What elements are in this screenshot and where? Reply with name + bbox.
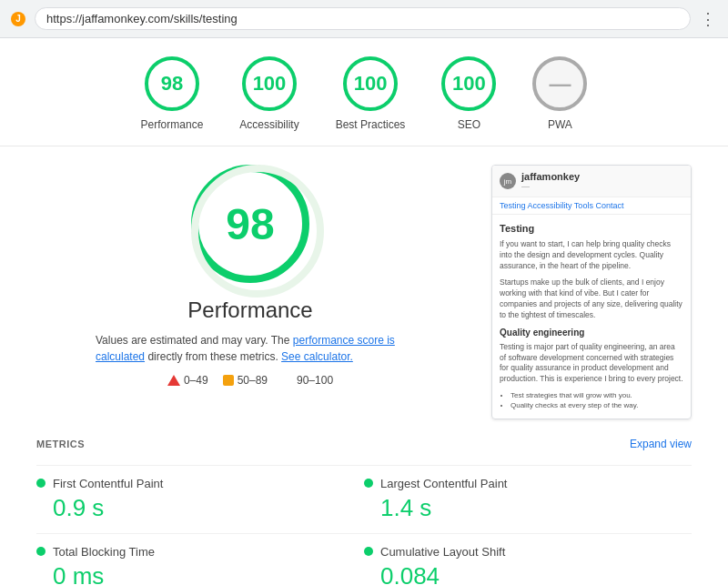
orange-square-icon xyxy=(223,375,234,386)
score-item-pwa: — PWA xyxy=(532,56,587,131)
main-content: 98 Performance 100 Accessibility 100 Bes… xyxy=(0,38,728,585)
metric-value-cls: 0.084 xyxy=(364,562,692,585)
metric-dot-tbt xyxy=(36,547,46,556)
metric-cls: Cumulative Layout Shift 0.084 xyxy=(364,533,692,585)
preview-body: Testing If you want to start, I can help… xyxy=(492,215,691,419)
metric-label-cls: Cumulative Layout Shift xyxy=(380,545,505,559)
score-label-seo: SEO xyxy=(458,118,480,131)
score-circle-seo: 100 xyxy=(441,56,496,111)
score-circle-performance: 98 xyxy=(145,56,199,111)
favicon-text: J xyxy=(15,14,21,24)
score-item-accessibility: 100 Accessibility xyxy=(239,56,298,131)
red-triangle-icon xyxy=(167,375,180,386)
metrics-header: METRICS Expand view xyxy=(36,438,692,450)
expand-view-button[interactable]: Expand view xyxy=(630,438,692,450)
preview-logo: jm xyxy=(500,173,516,189)
big-score-circle: 98 xyxy=(191,165,309,283)
score-item-seo: 100 SEO xyxy=(441,56,496,131)
legend: 0–49 50–89 90–100 xyxy=(167,374,333,387)
preview-body3: Testing is major part of quality enginee… xyxy=(500,342,683,386)
score-circle-pwa: — xyxy=(532,56,587,111)
metric-dot-lcp xyxy=(364,479,373,488)
metric-lcp: Largest Contentful Paint 1.4 s xyxy=(364,465,692,533)
score-label-accessibility: Accessibility xyxy=(239,118,298,131)
metric-label-lcp: Largest Contentful Paint xyxy=(380,477,507,490)
preview-body1: If you want to start, I can help bring q… xyxy=(500,239,683,272)
metrics-title: METRICS xyxy=(36,439,85,449)
site-preview: jm jaffamonkey — Testing Accessibility T… xyxy=(491,165,692,419)
metrics-section: METRICS Expand view First Contentful Pai… xyxy=(0,438,728,585)
calculator-link[interactable]: See calculator. xyxy=(281,350,353,363)
metric-tbt: Total Blocking Time 0 ms xyxy=(36,533,364,585)
performance-note: Values are estimated and may vary. The p… xyxy=(96,332,405,365)
legend-item-orange: 50–89 xyxy=(223,374,268,387)
preview-list-item-1: Test strategies that will grow with you. xyxy=(511,390,683,400)
preview-site-info: jaffamonkey — xyxy=(521,171,580,191)
score-circle-best-practices: 100 xyxy=(343,56,398,111)
legend-item-green: 90–100 xyxy=(282,374,333,387)
score-circle-accessibility: 100 xyxy=(242,56,297,111)
score-label-best-practices: Best Practices xyxy=(336,118,406,131)
metric-value-tbt: 0 ms xyxy=(36,562,364,585)
left-panel: 98 Performance Values are estimated and … xyxy=(36,165,464,387)
preview-site-name: jaffamonkey xyxy=(521,171,580,182)
preview-heading: Testing xyxy=(500,222,683,236)
preview-body2: Startups make up the bulk of clients, an… xyxy=(500,277,683,321)
browser-menu-icon[interactable]: ⋮ xyxy=(700,9,717,29)
browser-chrome: J https://jaffamonkey.com/skills/testing… xyxy=(0,0,728,38)
score-label-performance: Performance xyxy=(141,118,204,131)
metric-label-fcp: First Contentful Paint xyxy=(53,477,163,490)
metric-dot-cls xyxy=(364,547,373,556)
score-label-pwa: PWA xyxy=(548,118,572,131)
metric-label-tbt: Total Blocking Time xyxy=(53,545,155,559)
main-panel: 98 Performance Values are estimated and … xyxy=(0,146,728,438)
preview-list-item-2: Quality checks at every step of the way. xyxy=(511,400,683,410)
preview-header: jm jaffamonkey — xyxy=(492,166,691,197)
preview-list: Test strategies that will grow with you.… xyxy=(500,390,683,410)
metric-dot-fcp xyxy=(36,479,46,488)
legend-item-red: 0–49 xyxy=(167,374,208,387)
browser-favicon: J xyxy=(11,12,25,26)
preview-nav: Testing Accessibility Tools Contact xyxy=(492,197,691,215)
score-item-best-practices: 100 Best Practices xyxy=(336,56,406,131)
performance-title: Performance xyxy=(187,298,312,323)
metric-fcp: First Contentful Paint 0.9 s xyxy=(36,465,364,533)
preview-tagline: — xyxy=(521,182,580,191)
metric-value-lcp: 1.4 s xyxy=(364,494,692,522)
metrics-grid: First Contentful Paint 0.9 s Largest Con… xyxy=(36,465,692,585)
browser-url-bar[interactable]: https://jaffamonkey.com/skills/testing xyxy=(35,7,691,30)
metric-value-fcp: 0.9 s xyxy=(36,494,364,522)
url-text: https://jaffamonkey.com/skills/testing xyxy=(46,12,238,25)
scores-row: 98 Performance 100 Accessibility 100 Bes… xyxy=(0,38,728,146)
green-circle-icon xyxy=(282,375,293,386)
score-item-performance: 98 Performance xyxy=(141,56,204,131)
preview-subheading: Quality engineering xyxy=(500,327,683,339)
